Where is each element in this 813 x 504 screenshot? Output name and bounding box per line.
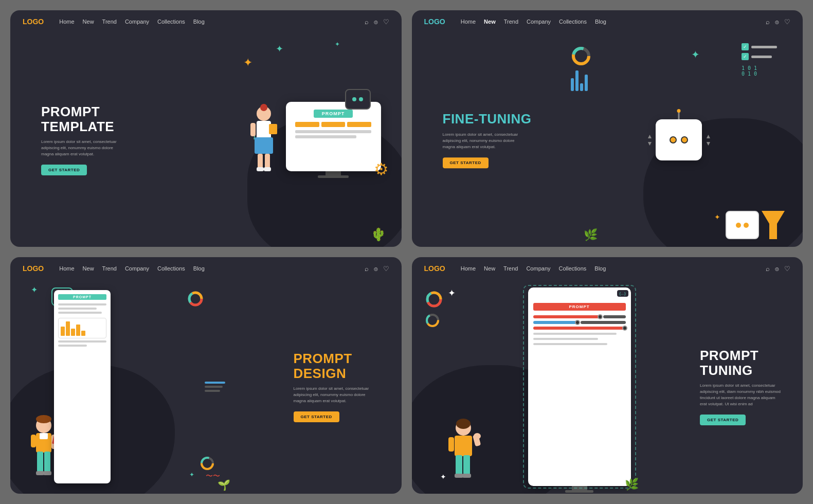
card-body-4: PROMPT TUNING Lorem ipsum dolor sit amet… <box>412 280 803 494</box>
get-started-btn-3[interactable]: GET STARTED <box>294 411 339 422</box>
nav-bar-2: LOGO Home New Trend Company Collections … <box>412 10 803 33</box>
nav-company-3[interactable]: Company <box>125 265 149 272</box>
nav-home-3[interactable]: Home <box>59 265 74 272</box>
nav-trend-2[interactable]: Trend <box>504 19 518 25</box>
svg-rect-25 <box>43 471 51 475</box>
search-icon-4[interactable]: ⌕ <box>766 265 770 273</box>
svg-rect-2 <box>257 121 271 139</box>
svg-point-45 <box>474 433 481 439</box>
nav-collections-3[interactable]: Collections <box>157 265 185 272</box>
card-body-2: ✦ ✦ FINE-TUNING Lorem ipsum dolor sit am… <box>412 33 803 247</box>
card-desc-2: Lorem ipsum dolor sit amet, consectetuar… <box>443 132 525 150</box>
user-icon-4[interactable]: ⌾ <box>775 265 779 273</box>
svg-point-16 <box>36 415 51 423</box>
nav-links-3: Home New Trend Company Collections Blog <box>59 265 205 272</box>
svg-rect-4 <box>269 124 277 134</box>
person-illustration-1 <box>247 103 281 178</box>
svg-rect-20 <box>31 435 36 447</box>
card-body-3: PROMPT DESIGN Lorem ipsum dolor sit amet… <box>10 280 402 494</box>
star-deco-8: ✦ <box>448 287 456 299</box>
nav-icons-2: ⌕ ⌾ ♡ <box>766 18 790 26</box>
star-deco-6: ✦ <box>31 285 38 295</box>
heart-icon-2[interactable]: ♡ <box>784 18 790 26</box>
star-deco-2: ✦ <box>243 56 252 69</box>
heart-icon-4[interactable]: ♡ <box>784 265 790 273</box>
heart-icon-1[interactable]: ♡ <box>383 18 389 26</box>
svg-rect-3 <box>255 137 273 154</box>
nav-collections-1[interactable]: Collections <box>157 19 185 25</box>
card-text-2: FINE-TUNING Lorem ipsum dolor sit amet, … <box>443 112 532 168</box>
svg-rect-24 <box>36 471 44 475</box>
nav-company-2[interactable]: Company <box>527 19 551 25</box>
donut-chart-3 <box>200 456 215 471</box>
svg-point-1 <box>260 104 267 111</box>
get-started-btn-1[interactable]: GET STARTED <box>41 165 87 175</box>
svg-rect-43 <box>448 437 454 452</box>
search-icon-1[interactable]: ⌕ <box>365 18 369 26</box>
donut-chart-2 <box>187 290 205 308</box>
get-started-btn-2[interactable]: GET STARTED <box>443 157 489 168</box>
nav-icons-4: ⌕ ⌾ ♡ <box>766 265 790 273</box>
user-icon-2[interactable]: ⌾ <box>775 18 779 26</box>
nav-links-1: Home New Trend Company Collections Blog <box>59 19 205 25</box>
donut-chart-5 <box>425 313 440 328</box>
nav-home-2[interactable]: Home <box>461 19 476 25</box>
svg-rect-22 <box>37 452 43 472</box>
nav-trend-3[interactable]: Trend <box>102 265 117 272</box>
user-icon-1[interactable]: ⌾ <box>374 18 378 26</box>
card-title-1: PROMPT TEMPLATE <box>41 104 123 134</box>
card-prompt-design: LOGO Home New Trend Company Collections … <box>10 257 402 494</box>
nav-blog-2[interactable]: Blog <box>595 19 606 25</box>
nav-new-3[interactable]: New <box>83 265 94 272</box>
nav-blog-1[interactable]: Blog <box>193 19 205 25</box>
heart-icon-3[interactable]: ♡ <box>383 265 389 273</box>
nav-collections-4[interactable]: Collections <box>559 265 587 272</box>
card-title-4: PROMPT TUNING <box>700 348 782 377</box>
card-title-2: FINE-TUNING <box>443 112 532 127</box>
nav-home-4[interactable]: Home <box>461 265 476 272</box>
user-icon-3[interactable]: ⌾ <box>374 265 378 273</box>
svg-rect-7 <box>257 167 264 171</box>
plant-deco-1: 🌵 <box>371 227 386 242</box>
svg-rect-49 <box>462 474 471 478</box>
nav-home-1[interactable]: Home <box>59 19 74 25</box>
funnel-illustration <box>762 211 785 239</box>
svg-rect-6 <box>265 154 270 168</box>
nav-bar-3: LOGO Home New Trend Company Collections … <box>10 257 402 280</box>
svg-rect-10 <box>250 123 256 136</box>
donut-chart-1 <box>571 46 591 66</box>
svg-rect-5 <box>258 154 263 168</box>
logo-4: LOGO <box>424 264 445 273</box>
card-text-3: PROMPT DESIGN Lorem ipsum dolor sit amet… <box>294 351 376 422</box>
card-body-1: ✦ ✦ ✦ PROMPT TEMPLATE Lorem ipsum dolor … <box>10 33 402 247</box>
search-icon-2[interactable]: ⌕ <box>766 18 770 26</box>
star-deco-7: ✦ <box>189 471 194 478</box>
donut-chart-4 <box>425 290 443 309</box>
nav-blog-4[interactable]: Blog <box>594 265 606 272</box>
svg-marker-14 <box>762 211 785 239</box>
svg-point-41 <box>456 419 471 429</box>
svg-rect-47 <box>463 455 470 475</box>
nav-icons-3: ⌕ ⌾ ♡ <box>365 265 389 273</box>
card-desc-4: Lorem ipsum dolor sit amet, consectetuar… <box>700 383 782 407</box>
svg-rect-8 <box>264 167 271 171</box>
nav-new-4[interactable]: New <box>484 265 495 272</box>
svg-rect-42 <box>455 436 472 456</box>
get-started-btn-4[interactable]: GET STARTED <box>700 415 746 425</box>
search-icon-3[interactable]: ⌕ <box>365 265 369 273</box>
nav-trend-1[interactable]: Trend <box>102 19 117 25</box>
nav-collections-2[interactable]: Collections <box>559 19 587 25</box>
nav-blog-3[interactable]: Blog <box>193 265 205 272</box>
nav-trend-4[interactable]: Trend <box>503 265 518 272</box>
nav-new-2[interactable]: New <box>484 19 496 25</box>
nav-links-4: Home New Trend Company Collections Blog <box>461 265 606 272</box>
nav-new-1[interactable]: New <box>83 19 94 25</box>
plant-deco-4: 🌿 <box>625 478 639 491</box>
nav-bar-1: LOGO Home New Trend Company Collections … <box>10 10 402 33</box>
plant-deco-2: 🌿 <box>584 228 598 242</box>
nav-company-1[interactable]: Company <box>125 19 149 25</box>
star-deco-1: ✦ <box>276 43 283 55</box>
nav-company-4[interactable]: Company <box>526 265 550 272</box>
wave-deco-1: 〜〜 <box>206 472 220 481</box>
card-fine-tuning: LOGO Home New Trend Company Collections … <box>412 10 803 247</box>
